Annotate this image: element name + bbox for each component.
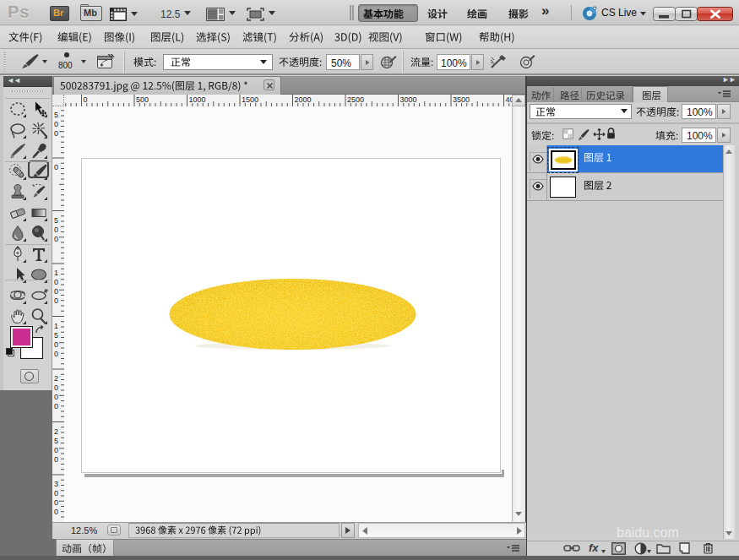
svg-text:0: 0 (54, 163, 58, 171)
svg-text:2500: 2500 (347, 95, 364, 104)
svg-text:0: 0 (54, 296, 58, 305)
svg-text:0: 0 (54, 226, 58, 234)
svg-text:0: 0 (84, 95, 88, 104)
svg-text:0: 0 (54, 350, 58, 358)
svg-text:3000: 3000 (400, 95, 417, 104)
svg-text:2: 2 (54, 374, 58, 383)
svg-text:0: 0 (54, 287, 58, 296)
svg-text:5: 5 (54, 437, 58, 445)
svg-text:0: 0 (54, 278, 58, 286)
svg-text:1: 1 (54, 322, 58, 330)
svg-text:0: 0 (54, 508, 58, 516)
svg-text:0: 0 (54, 393, 58, 401)
svg-text:1: 1 (54, 269, 58, 277)
svg-text:3500: 3500 (453, 95, 470, 104)
svg-text:0: 0 (54, 340, 58, 349)
svg-text:4000: 4000 (506, 95, 513, 104)
svg-text:1000: 1000 (189, 95, 206, 104)
svg-text:0: 0 (54, 402, 58, 410)
svg-text:5: 5 (54, 331, 58, 340)
svg-text:0: 0 (54, 383, 58, 392)
svg-text:0: 0 (54, 455, 58, 464)
svg-text:2000: 2000 (295, 95, 312, 104)
svg-text:2: 2 (54, 427, 58, 436)
svg-text:0: 0 (54, 489, 58, 497)
svg-text:0: 0 (54, 446, 58, 454)
svg-text:0: 0 (54, 129, 58, 138)
svg-text:0: 0 (54, 498, 58, 507)
svg-text:0: 0 (54, 120, 58, 128)
svg-text:5: 5 (54, 111, 58, 119)
svg-text:500: 500 (136, 95, 149, 104)
svg-text:1500: 1500 (242, 95, 258, 104)
svg-text:5: 5 (54, 216, 58, 225)
svg-text:3: 3 (54, 480, 58, 488)
svg-text:0: 0 (54, 235, 58, 243)
